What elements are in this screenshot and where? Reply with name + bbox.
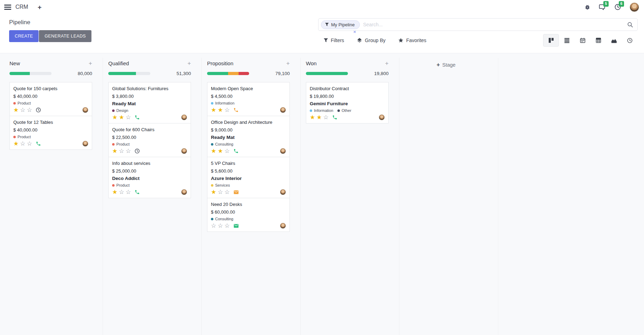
card-avatar[interactable] <box>82 141 88 147</box>
star-rating-icon[interactable]: ★ <box>310 114 315 120</box>
card-avatar[interactable] <box>181 189 187 195</box>
kanban-card[interactable]: Global Solutions: Furnitures$ 3,800.00Re… <box>108 82 191 123</box>
create-button[interactable]: CREATE <box>9 30 39 42</box>
progress-segment[interactable] <box>306 72 348 75</box>
search-bar[interactable]: My Pipeline × <box>318 18 638 31</box>
card-avatar[interactable] <box>280 148 286 154</box>
star-rating-icon[interactable]: ☆ <box>20 141 25 147</box>
view-pivot-button[interactable] <box>590 34 606 47</box>
star-rating-icon[interactable]: ☆ <box>126 114 131 120</box>
progress-segment[interactable] <box>9 72 30 75</box>
star-rating-icon[interactable]: ☆ <box>119 148 124 154</box>
star-rating-icon[interactable]: ☆ <box>20 107 25 113</box>
progress-segment[interactable] <box>239 72 249 75</box>
star-rating-icon[interactable]: ★ <box>218 107 223 113</box>
favorites-button[interactable]: Favorites <box>398 38 426 43</box>
add-record-icon[interactable]: + <box>385 60 389 66</box>
star-rating-icon[interactable]: ★ <box>211 189 216 195</box>
star-rating-icon[interactable]: ☆ <box>126 189 131 195</box>
card-avatar[interactable] <box>280 107 286 113</box>
activity-envelope-icon[interactable] <box>233 223 239 229</box>
star-rating-icon[interactable]: ★ <box>112 114 117 120</box>
view-calendar-button[interactable] <box>575 34 590 47</box>
activity-clock-icon[interactable] <box>135 148 140 154</box>
bug-icon[interactable] <box>584 4 590 10</box>
star-rating-icon[interactable]: ★ <box>112 189 117 195</box>
kanban-card[interactable]: Office Design and Architecture$ 9,000.00… <box>207 116 290 157</box>
filters-button[interactable]: Filters <box>323 38 344 43</box>
activity-phone-icon[interactable] <box>135 115 140 120</box>
card-avatar[interactable] <box>379 114 385 120</box>
star-rating-icon[interactable]: ☆ <box>119 189 124 195</box>
column-progressbar[interactable] <box>108 72 150 75</box>
view-list-button[interactable] <box>559 34 575 47</box>
star-rating-icon[interactable]: ☆ <box>225 148 230 154</box>
group-by-button[interactable]: Group By <box>357 38 385 43</box>
card-avatar[interactable] <box>181 148 187 154</box>
column-progressbar[interactable] <box>207 72 249 75</box>
star-rating-icon[interactable]: ☆ <box>218 189 223 195</box>
star-rating-icon[interactable]: ★ <box>112 148 117 154</box>
add-record-icon[interactable]: + <box>286 60 290 66</box>
progress-segment[interactable] <box>108 72 136 75</box>
star-rating-icon[interactable]: ☆ <box>211 223 216 229</box>
star-rating-icon[interactable]: ★ <box>316 114 322 120</box>
kanban-card[interactable]: Quote for 12 Tables$ 40,000.00Product★☆☆ <box>9 116 92 150</box>
activity-clock-icon[interactable] <box>36 107 41 113</box>
column-progressbar[interactable] <box>306 72 348 75</box>
activity-phone-icon[interactable] <box>233 107 239 113</box>
search-facet-my-pipeline[interactable]: My Pipeline × <box>321 20 360 29</box>
add-record-icon[interactable]: + <box>89 60 92 66</box>
kanban-card[interactable]: Info about services$ 25,000.00Deco Addic… <box>108 157 191 198</box>
star-rating-icon[interactable]: ☆ <box>225 189 230 195</box>
search-icon[interactable] <box>627 22 633 28</box>
star-rating-icon[interactable]: ★ <box>13 141 19 147</box>
star-rating-icon[interactable]: ☆ <box>225 107 230 113</box>
star-rating-icon[interactable]: ☆ <box>218 223 223 229</box>
star-rating-icon[interactable]: ★ <box>13 107 19 113</box>
card-avatar[interactable] <box>82 107 88 113</box>
star-rating-icon[interactable]: ☆ <box>126 148 131 154</box>
generate-leads-button[interactable]: GENERATE LEADS <box>39 30 91 42</box>
card-tag: Information <box>310 108 333 113</box>
activity-phone-icon[interactable] <box>36 141 41 146</box>
app-name[interactable]: CRM <box>15 4 28 10</box>
kanban-card[interactable]: Distributor Contract$ 19,800.00Gemini Fu… <box>306 82 389 123</box>
star-rating-icon[interactable]: ☆ <box>225 223 230 229</box>
hamburger-menu-icon[interactable] <box>4 4 11 11</box>
star-rating-icon[interactable]: ★ <box>119 114 124 120</box>
kanban-card[interactable]: Modern Open Space$ 4,500.00Information★★… <box>207 82 290 116</box>
progress-segment[interactable] <box>228 72 239 75</box>
plus-icon[interactable]: + <box>37 4 41 11</box>
progress-segment[interactable] <box>207 72 228 75</box>
kanban-card[interactable]: Need 20 Desks$ 60,000.00Consulting☆☆☆ <box>207 198 290 232</box>
user-avatar[interactable] <box>630 2 639 12</box>
view-kanban-button[interactable] <box>543 34 559 47</box>
envelope-icon <box>233 223 239 229</box>
kanban-card[interactable]: Quote for 150 carpets$ 40,000.00Product★… <box>9 82 92 116</box>
card-avatar[interactable] <box>280 223 286 229</box>
star-rating-icon[interactable]: ☆ <box>27 107 32 113</box>
card-avatar[interactable] <box>280 189 286 195</box>
star-rating-icon[interactable]: ★ <box>218 148 223 154</box>
activity-envelope-icon[interactable] <box>233 189 239 195</box>
view-graph-button[interactable] <box>606 34 622 47</box>
kanban-card[interactable]: Quote for 600 Chairs$ 22,500.00Product★☆… <box>108 123 191 157</box>
add-record-icon[interactable]: + <box>187 60 191 66</box>
view-activity-button[interactable] <box>622 34 638 47</box>
activity-phone-icon[interactable] <box>135 189 140 195</box>
column-progressbar[interactable] <box>9 72 52 75</box>
search-input[interactable] <box>363 22 627 27</box>
add-stage-button[interactable]: +Stage <box>405 62 487 68</box>
activities-clock-icon[interactable]: 6 <box>614 4 621 11</box>
facet-remove-icon[interactable]: × <box>354 29 356 34</box>
card-avatar[interactable] <box>181 114 187 120</box>
activity-phone-icon[interactable] <box>332 115 337 120</box>
activity-phone-icon[interactable] <box>233 148 239 154</box>
star-rating-icon[interactable]: ★ <box>211 148 216 154</box>
messages-icon[interactable]: 5 <box>599 4 606 11</box>
star-rating-icon[interactable]: ★ <box>211 107 216 113</box>
star-rating-icon[interactable]: ☆ <box>27 141 32 147</box>
kanban-card[interactable]: 5 VP Chairs$ 5,600.00Azure InteriorServi… <box>207 157 290 198</box>
star-rating-icon[interactable]: ☆ <box>323 114 329 120</box>
